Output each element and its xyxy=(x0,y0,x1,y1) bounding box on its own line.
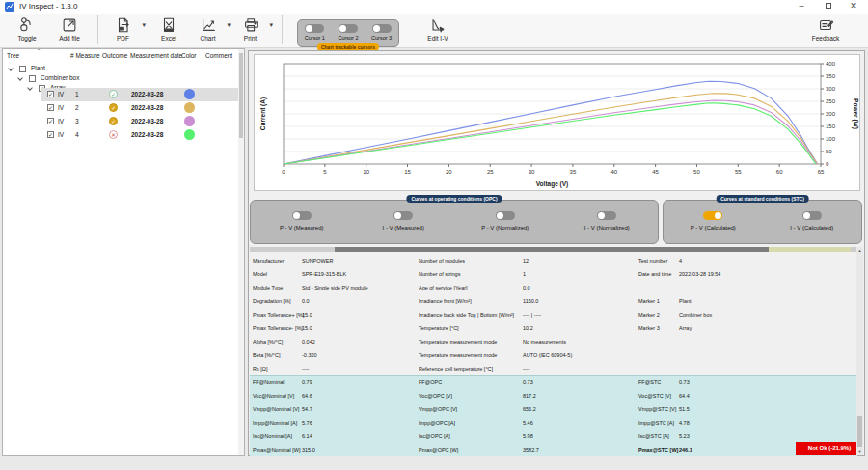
measurement-row-3[interactable]: ✓IV3✓2022-03-28 xyxy=(41,115,240,128)
detail-value: ---- xyxy=(302,362,309,375)
detail-label: Model xyxy=(253,267,267,281)
measurement-row-1[interactable]: ✓IV1✓2022-03-28 xyxy=(41,88,240,101)
pdf-button[interactable]: ▾PDF xyxy=(105,14,148,46)
outcome-ok-icon: ✓ xyxy=(109,90,118,98)
checkbox[interactable]: ✓ xyxy=(47,131,54,138)
tree-column-header[interactable]: Color xyxy=(181,52,197,59)
result-label: Pmax@STC [W] xyxy=(638,443,678,456)
toggle-switch-icon[interactable] xyxy=(703,211,722,220)
chart-icon xyxy=(200,16,217,34)
color-dot[interactable] xyxy=(184,129,195,140)
checkbox[interactable]: ✓ xyxy=(47,91,54,97)
horizontal-scrollbar[interactable] xyxy=(250,247,857,252)
toolbar-button-label: Chart xyxy=(201,35,216,41)
toggle-label: I - V (Calculated) xyxy=(790,225,833,231)
toggle-switch-icon[interactable] xyxy=(393,211,413,220)
detail-label: Pmax Tollerance+ [%] xyxy=(253,308,304,321)
add-file-button[interactable]: Add file xyxy=(48,14,91,46)
detail-label: Module Type xyxy=(253,281,283,294)
result-value: 315.0 xyxy=(302,443,315,456)
maximize-icon xyxy=(826,3,831,9)
sort-indicator-icon[interactable]: ˆ xyxy=(38,48,40,55)
toggle-p-v-normalized-[interactable]: P - V (Normalized) xyxy=(454,201,556,243)
measurement-tree-panel: ˆ Tree# MeasureOutcomeMeasurement dateCo… xyxy=(2,48,245,456)
toggle-p-v-measured-[interactable]: P - V (Measured) xyxy=(251,201,353,243)
result-value: 6.14 xyxy=(302,429,312,443)
color-dot[interactable] xyxy=(184,116,195,126)
result-value: 3582.7 xyxy=(523,443,539,456)
toolbar-button-label: Toggle xyxy=(17,35,36,41)
checkbox[interactable]: ✓ xyxy=(47,118,54,124)
expand-chevron-icon[interactable] xyxy=(8,66,14,71)
cursor-group: Cursor 1Cursor 2Cursor 3Chart trackable … xyxy=(297,19,399,47)
minimize-button[interactable]: – xyxy=(791,0,812,14)
detail-value: 1150.0 xyxy=(523,294,538,308)
toggle-switch-icon[interactable] xyxy=(292,211,312,220)
toggle-switch-icon[interactable] xyxy=(305,24,324,33)
toggle-switch-icon[interactable] xyxy=(597,211,616,220)
toggle-switch-icon[interactable] xyxy=(496,211,515,220)
toggle-switch-icon[interactable] xyxy=(339,24,358,33)
print-button[interactable]: ▾Print xyxy=(232,14,275,46)
toggle-group-opc: P - V (Measured)I - V (Measured)P - V (N… xyxy=(250,200,659,244)
result-label: Isc@Nominal [A] xyxy=(253,429,292,443)
measurement-row-4[interactable]: ✓IV4✕2022-03-28 xyxy=(41,128,240,142)
toggle-button[interactable]: Toggle xyxy=(6,14,48,46)
horizontal-scrollbar-thumb[interactable] xyxy=(335,247,769,252)
svg-text:35: 35 xyxy=(570,169,577,175)
tree-column-header[interactable]: # Measure xyxy=(70,52,100,59)
toggle-i-v-normalized-[interactable]: I - V (Normalized) xyxy=(556,201,659,243)
checkbox[interactable] xyxy=(29,75,36,82)
result-label: FF@STC xyxy=(638,375,661,389)
edit-iv-icon xyxy=(429,16,447,34)
toggle-p-v-calculated-[interactable]: P - V (Calculated) xyxy=(664,201,763,243)
detail-label: Marker 1 xyxy=(638,294,660,308)
tree-scrollbar[interactable] xyxy=(238,49,244,455)
measurement-label: IV xyxy=(58,118,64,124)
feedback-button[interactable]: Feedback xyxy=(804,14,847,46)
feedback-label: Feedback xyxy=(812,35,840,41)
edit-iv-button[interactable]: Edit I-V xyxy=(417,14,459,46)
tree-node-plant[interactable]: Plant xyxy=(3,65,234,74)
expand-chevron-icon[interactable] xyxy=(17,75,23,81)
toggle-switch-icon[interactable] xyxy=(802,211,822,220)
measurement-row-2[interactable]: ✓IV2✓2022-03-28 xyxy=(41,101,240,115)
svg-text:5: 5 xyxy=(323,169,327,175)
chart-button[interactable]: ▾Chart xyxy=(190,14,232,46)
dropdown-caret-icon[interactable]: ▾ xyxy=(142,21,146,29)
dropdown-caret-icon[interactable]: ▾ xyxy=(227,21,231,29)
toolbar-buttons: ToggleAdd file▾PDFExcel▾Chart▾Print xyxy=(6,14,289,46)
color-dot[interactable] xyxy=(184,102,195,113)
vertical-scrollbar[interactable]: ▲ ▼ xyxy=(856,247,863,455)
scroll-down-icon[interactable]: ▼ xyxy=(856,448,863,455)
scroll-up-icon[interactable]: ▲ xyxy=(856,247,863,254)
close-button[interactable]: ✕ xyxy=(843,0,864,14)
toggle-i-v-calculated-[interactable]: I - V (Calculated) xyxy=(763,201,862,243)
toggle-switch-icon[interactable] xyxy=(372,24,392,33)
detail-label: Number of modules xyxy=(419,254,465,267)
maximize-button[interactable] xyxy=(818,0,839,14)
svg-text:25: 25 xyxy=(487,169,494,175)
tree-column-header[interactable]: Tree xyxy=(7,52,19,59)
toggle-i-v-measured-[interactable]: I - V (Measured) xyxy=(353,201,455,243)
tree-scrollbar-thumb[interactable] xyxy=(239,53,243,138)
dropdown-caret-icon[interactable]: ▾ xyxy=(269,21,273,29)
color-dot[interactable] xyxy=(184,89,195,99)
expand-chevron-icon[interactable] xyxy=(27,85,33,91)
toggle-label: P - V (Calculated) xyxy=(691,225,736,231)
svg-text:60: 60 xyxy=(776,169,783,175)
result-label: Vmpp@Nominal [V] xyxy=(253,402,299,416)
tree-node-combiner-box[interactable]: Combiner box xyxy=(3,74,234,84)
tree-column-header[interactable]: Measurement date xyxy=(130,52,182,59)
checkbox[interactable]: ✓ xyxy=(47,104,54,111)
tree-column-header[interactable]: Outcome xyxy=(102,52,127,59)
measure-number: 4 xyxy=(75,131,79,138)
toolbar: ToggleAdd file▾PDFExcel▾Chart▾Print Curs… xyxy=(0,14,868,48)
checkbox[interactable] xyxy=(19,66,26,72)
excel-button[interactable]: Excel xyxy=(148,14,190,46)
result-value: 0.79 xyxy=(302,375,312,389)
tree-column-header[interactable]: Comment xyxy=(205,52,232,59)
measurement-date: 2022-03-28 xyxy=(131,118,163,124)
vertical-scrollbar-thumb[interactable] xyxy=(857,416,862,447)
edit-iv-label: Edit I-V xyxy=(427,35,448,41)
